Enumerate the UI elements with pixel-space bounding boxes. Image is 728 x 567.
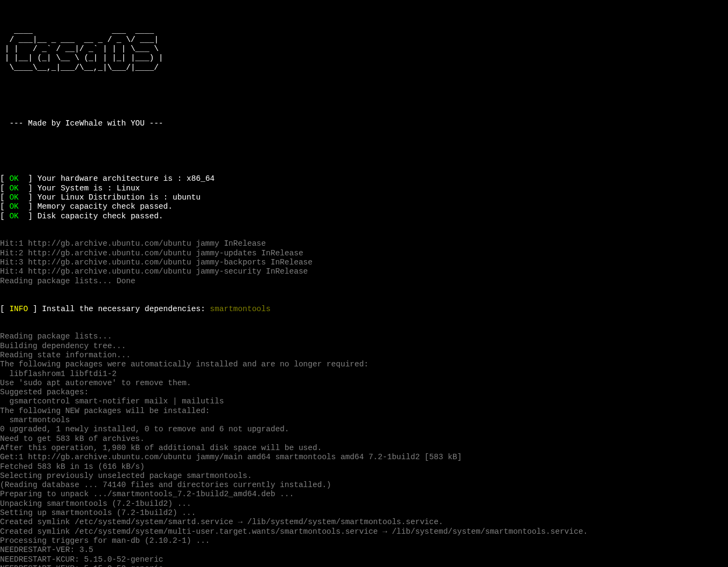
apt-output-line: Reading package lists...: [0, 332, 728, 341]
tagline: --- Made by IceWhale with YOU ---: [0, 119, 728, 128]
apt-output-line: Unpacking smartmontools (7.2-1build2) ..…: [0, 499, 728, 509]
status-check-line: [ OK ] Your System is : Linux: [0, 184, 728, 193]
status-ok: OK: [9, 193, 18, 202]
apt-output-line: (Reading database ... 74140 files and di…: [0, 481, 728, 490]
apt-output-line: The following NEW packages will be insta…: [0, 407, 728, 416]
apt-output-line: Get:1 http://gb.archive.ubuntu.com/ubunt…: [0, 453, 728, 462]
check-message: Your hardware architecture is : x86_64: [38, 174, 215, 183]
check-message: Your Linux Distribution is : ubuntu: [38, 193, 201, 202]
status-info: INFO: [9, 305, 28, 313]
apt-output-line: 0 upgraded, 1 newly installed, 0 to remo…: [0, 425, 728, 434]
check-message: Disk capacity check passed.: [38, 212, 164, 220]
apt-output-line: libflashrom1 libftdi1-2: [0, 370, 728, 379]
apt-output-line: NEEDRESTART-KEXP: 5.15.0-52-generic: [0, 564, 728, 567]
status-check-line: [ OK ] Memory capacity check passed.: [0, 202, 728, 211]
status-check-line: [ OK ] Your Linux Distribution is : ubun…: [0, 193, 728, 202]
apt-output-line: Processing triggers for man-db (2.10.2-1…: [0, 536, 728, 546]
status-ok: OK: [9, 184, 18, 193]
apt-output-line: After this operation, 1,980 kB of additi…: [0, 444, 728, 453]
apt-output-line: Hit:4 http://gb.archive.ubuntu.com/ubunt…: [0, 267, 728, 276]
check-message: Your System is : Linux: [38, 184, 140, 193]
apt-output-line: Reading package lists... Done: [0, 277, 728, 286]
apt-output-line: Selecting previously unselected package …: [0, 472, 728, 481]
apt-output-line: Hit:1 http://gb.archive.ubuntu.com/ubunt…: [0, 239, 728, 248]
apt-output-line: NEEDRESTART-VER: 3.5: [0, 546, 728, 555]
apt-output-line: Suggested packages:: [0, 388, 728, 397]
info-line: [ INFO ] Install the necessary dependenc…: [0, 305, 728, 314]
status-check-line: [ OK ] Your hardware architecture is : x…: [0, 174, 728, 183]
apt-output-line: Created symlink /etc/systemd/system/smar…: [0, 518, 728, 527]
apt-output-line: Hit:3 http://gb.archive.ubuntu.com/ubunt…: [0, 258, 728, 267]
apt-output-line: Created symlink /etc/systemd/system/mult…: [0, 527, 728, 536]
apt-output-line: gsmartcontrol smart-notifier mailx | mai…: [0, 397, 728, 406]
apt-output-line: Preparing to unpack .../smartmontools_7.…: [0, 490, 728, 499]
ascii-art-logo: ____ ___ ____ / ___|__ _ ___ __ _ / _ \/…: [0, 26, 728, 72]
apt-output-line: Hit:2 http://gb.archive.ubuntu.com/ubunt…: [0, 249, 728, 258]
terminal-output: ____ ___ ____ / ___|__ _ ___ __ _ / _ \/…: [0, 0, 728, 567]
apt-output-line: Fetched 583 kB in 1s (616 kB/s): [0, 462, 728, 472]
apt-output-line: Use 'sudo apt autoremove' to remove them…: [0, 379, 728, 388]
apt-output-line: Building dependency tree...: [0, 342, 728, 351]
dependency-name: smartmontools: [210, 305, 271, 313]
check-message: Memory capacity check passed.: [38, 202, 173, 211]
apt-output-line: Need to get 583 kB of archives.: [0, 435, 728, 444]
status-ok: OK: [9, 174, 18, 183]
apt-output-line: NEEDRESTART-KCUR: 5.15.0-52-generic: [0, 555, 728, 564]
apt-output-line: smartmontools: [0, 416, 728, 425]
apt-output-line: Setting up smartmontools (7.2-1build2) .…: [0, 509, 728, 518]
status-ok: OK: [9, 212, 18, 220]
apt-output-line: Reading state information...: [0, 351, 728, 360]
status-ok: OK: [9, 202, 18, 211]
apt-output-line: The following packages were automaticall…: [0, 360, 728, 369]
status-check-line: [ OK ] Disk capacity check passed.: [0, 212, 728, 221]
